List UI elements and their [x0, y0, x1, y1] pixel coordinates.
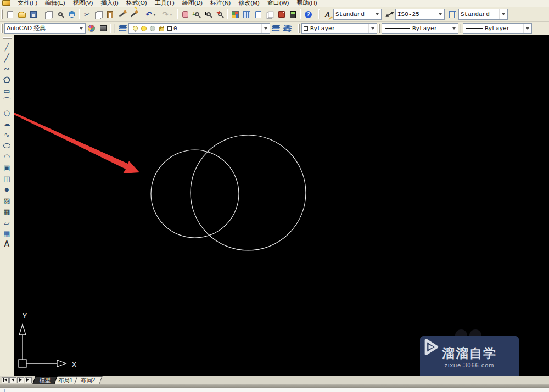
- zoom-window-icon[interactable]: [203, 9, 214, 20]
- chevron-down-icon[interactable]: [523, 24, 531, 33]
- chevron-down-icon[interactable]: [499, 9, 507, 19]
- construction-line-icon[interactable]: ╱: [1, 52, 13, 63]
- toolbar-drag-handle[interactable]: [378, 24, 380, 33]
- workspace-combo[interactable]: AutoCAD 经典: [4, 23, 86, 34]
- menu-edit[interactable]: 编辑(E): [41, 0, 69, 7]
- paste-icon[interactable]: [104, 9, 116, 20]
- chevron-down-icon[interactable]: [261, 24, 270, 33]
- insert-block-icon[interactable]: ▣: [1, 162, 13, 173]
- rectangle-icon[interactable]: ▭: [1, 85, 13, 96]
- gradient-icon[interactable]: ▩: [1, 206, 13, 217]
- layer-properties-icon[interactable]: [117, 23, 128, 34]
- open-icon[interactable]: [16, 9, 27, 20]
- tab-nav-prev-icon[interactable]: [9, 377, 16, 383]
- plot-icon[interactable]: [43, 9, 54, 20]
- save-icon[interactable]: [27, 9, 39, 20]
- ellipse-icon[interactable]: [1, 140, 13, 151]
- menu-file[interactable]: 文件(F): [14, 0, 41, 7]
- table-style-combo[interactable]: Standard: [458, 9, 508, 20]
- ellipse-arc-icon[interactable]: ◠: [1, 151, 13, 162]
- table-style-icon[interactable]: [447, 9, 458, 20]
- toolbar-drag-handle[interactable]: [460, 24, 461, 33]
- layer-freeze-vp-icon[interactable]: [148, 23, 157, 34]
- layer-combo[interactable]: 0: [128, 23, 270, 34]
- toolbar-drag-handle[interactable]: [3, 37, 12, 39]
- revision-cloud-icon[interactable]: ☁: [1, 118, 13, 129]
- quickcalc-icon[interactable]: [287, 9, 299, 20]
- make-block-icon[interactable]: ◫: [1, 173, 13, 184]
- help-icon[interactable]: ?: [302, 9, 314, 20]
- region-icon[interactable]: ▱: [1, 217, 13, 228]
- chevron-down-icon[interactable]: [77, 24, 85, 33]
- tab-nav-next-icon[interactable]: [17, 377, 24, 383]
- line-icon[interactable]: ╱: [1, 41, 13, 52]
- chevron-down-icon[interactable]: [373, 9, 381, 19]
- chevron-down-icon[interactable]: [368, 24, 377, 33]
- pan-icon[interactable]: [180, 9, 191, 20]
- table-icon[interactable]: ▦: [1, 228, 13, 239]
- circle-left[interactable]: [151, 150, 239, 238]
- menu-insert[interactable]: 插入(I): [97, 0, 122, 7]
- properties-icon[interactable]: [229, 9, 241, 20]
- layer-previous-icon[interactable]: [270, 23, 282, 34]
- undo-icon[interactable]: ↶▼: [143, 9, 159, 20]
- tab-nav-last-icon[interactable]: [25, 377, 32, 383]
- chevron-down-icon[interactable]: [450, 24, 458, 33]
- match-properties-icon[interactable]: [127, 9, 139, 20]
- designcenter-icon[interactable]: [241, 9, 253, 20]
- publish-icon[interactable]: [66, 9, 77, 20]
- dim-style-icon[interactable]: [384, 9, 395, 20]
- linetype-combo[interactable]: ByLayer: [382, 23, 458, 34]
- circle-icon[interactable]: ○: [1, 107, 13, 118]
- toolbar-drag-handle[interactable]: [1, 24, 3, 33]
- tab-layout2[interactable]: 布局2: [74, 376, 102, 384]
- layer-on-icon[interactable]: [131, 23, 139, 34]
- my-workspace-icon[interactable]: [97, 23, 109, 34]
- layer-lock-icon[interactable]: [157, 23, 166, 34]
- zoom-realtime-icon[interactable]: [191, 9, 203, 20]
- workspace-settings-icon[interactable]: [86, 23, 97, 34]
- layer-states-icon[interactable]: [282, 23, 293, 34]
- menu-dimension[interactable]: 标注(N): [206, 0, 234, 7]
- copy-icon[interactable]: [93, 9, 104, 20]
- multiline-text-icon[interactable]: A: [1, 239, 13, 250]
- toolbar-drag-handle[interactable]: [318, 9, 320, 19]
- arc-icon[interactable]: ⌒: [1, 96, 13, 107]
- text-style-icon[interactable]: A: [322, 9, 333, 20]
- menu-help[interactable]: 帮助(H): [293, 0, 321, 7]
- toolbar-drag-handle[interactable]: [298, 24, 300, 33]
- menu-modify[interactable]: 修改(M): [234, 0, 264, 7]
- text-style-combo[interactable]: Standard: [333, 9, 382, 20]
- hatch-icon[interactable]: ▨: [1, 195, 13, 206]
- tab-model[interactable]: 模型: [32, 376, 57, 384]
- menu-format[interactable]: 格式(O): [122, 0, 151, 7]
- brush-icon[interactable]: [116, 9, 127, 20]
- menu-draw[interactable]: 绘图(D): [178, 0, 206, 7]
- redo-icon[interactable]: ↷▼: [159, 9, 176, 20]
- point-icon[interactable]: ●: [1, 184, 13, 195]
- sheetset-icon[interactable]: [264, 9, 276, 20]
- horizontal-scrollbar[interactable]: [0, 384, 549, 388]
- plot-preview-icon[interactable]: [54, 9, 66, 20]
- command-line-area[interactable]: [0, 388, 549, 392]
- menu-tools[interactable]: 工具(T): [151, 0, 178, 7]
- cut-icon[interactable]: ✂: [81, 9, 93, 20]
- polyline-icon[interactable]: ∾: [1, 63, 13, 74]
- layer-thaw-icon[interactable]: [139, 23, 148, 34]
- polygon-icon[interactable]: [1, 74, 13, 85]
- toolbar-drag-handle[interactable]: [1, 9, 3, 19]
- tab-nav-first-icon[interactable]: [2, 377, 9, 383]
- lineweight-combo[interactable]: ByLayer: [463, 23, 532, 34]
- circle-right[interactable]: [191, 135, 306, 250]
- tool-palettes-icon[interactable]: [253, 9, 264, 20]
- menu-view[interactable]: 视图(V): [69, 0, 97, 7]
- chevron-down-icon[interactable]: [436, 9, 444, 19]
- new-icon[interactable]: [4, 9, 16, 20]
- menu-window[interactable]: 窗口(W): [264, 0, 293, 7]
- drawing-canvas[interactable]: Y X 溜溜自学 zixue.3066.com: [14, 35, 549, 376]
- markup-icon[interactable]: [276, 9, 287, 20]
- dim-style-combo[interactable]: ISO-25: [395, 9, 445, 20]
- zoom-previous-icon[interactable]: [214, 9, 226, 20]
- toolbar-drag-handle[interactable]: [114, 24, 115, 33]
- color-combo[interactable]: ByLayer: [301, 23, 377, 34]
